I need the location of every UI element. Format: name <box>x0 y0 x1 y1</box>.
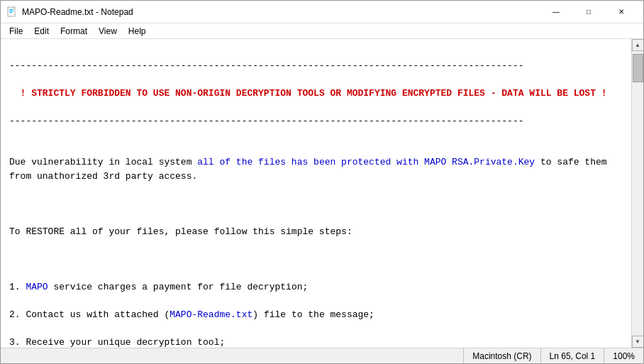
separator-line-2: ----------------------------------------… <box>9 116 524 126</box>
menu-bar: File Edit Format View Help <box>1 23 643 39</box>
notepad-window: MAPO-Readme.txt - Notepad — □ ✕ File Edi… <box>0 0 644 364</box>
content-area: ----------------------------------------… <box>1 39 643 348</box>
menu-help[interactable]: Help <box>123 23 152 39</box>
separator-line-1: ----------------------------------------… <box>9 60 524 71</box>
scroll-down-button[interactable]: ▼ <box>632 336 644 348</box>
zoom-status: 100% <box>604 348 643 363</box>
menu-format[interactable]: Format <box>55 23 93 39</box>
list-item-3: 3. Receive your unique decryption tool; <box>9 337 225 348</box>
warning-text: ! STRICTLY FORBIDDEN TO USE NON-ORIGIN D… <box>9 88 607 99</box>
vertical-scrollbar: ▲ ▼ <box>631 39 643 348</box>
scroll-up-button[interactable]: ▲ <box>632 39 644 51</box>
menu-edit[interactable]: Edit <box>28 23 55 39</box>
maximize-button[interactable]: □ <box>572 1 605 23</box>
svg-rect-2 <box>9 11 13 11</box>
menu-view[interactable]: View <box>93 23 123 39</box>
menu-file[interactable]: File <box>4 23 28 39</box>
close-button[interactable]: ✕ <box>605 1 638 23</box>
scroll-thumb[interactable] <box>633 54 643 82</box>
window-title: MAPO-Readme.txt - Notepad <box>22 7 540 17</box>
restore-heading: To RESTORE all of your files, please fol… <box>9 226 352 237</box>
title-bar: MAPO-Readme.txt - Notepad — □ ✕ <box>1 1 643 23</box>
cursor-position-status: Ln 65, Col 1 <box>540 348 604 363</box>
app-icon <box>6 6 18 18</box>
list-item-1: 1. MAPO service charges a payment for fi… <box>9 282 308 292</box>
list-item-2: 2. Contact us with attached (MAPO-Readme… <box>9 309 374 320</box>
scroll-track[interactable] <box>632 51 643 336</box>
svg-rect-3 <box>9 12 12 13</box>
text-editor[interactable]: ----------------------------------------… <box>1 39 631 348</box>
minimize-button[interactable]: — <box>540 1 572 23</box>
svg-rect-1 <box>9 9 13 10</box>
window-controls: — □ ✕ <box>540 1 638 23</box>
line-ending-status: Macintosh (CR) <box>463 348 540 363</box>
status-bar: Macintosh (CR) Ln 65, Col 1 100% <box>1 348 643 363</box>
body-text-1: Due vulnerability in local system all of… <box>9 157 607 182</box>
